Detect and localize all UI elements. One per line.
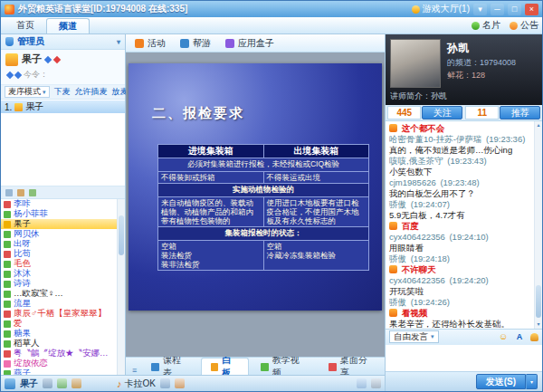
- my-username: 果子: [20, 378, 38, 390]
- mic-icon[interactable]: [43, 378, 52, 388]
- speak-mode-select[interactable]: 自由发言 ▾: [389, 330, 439, 343]
- karaoke-button[interactable]: ♪ 卡拉OK: [117, 378, 156, 390]
- close-button[interactable]: ×: [525, 4, 538, 15]
- mic-action-link[interactable]: 允许插麦: [75, 86, 108, 98]
- scroll-up-icon[interactable]: ▴: [535, 121, 542, 129]
- chat-timestamp: (19:24:10): [449, 232, 488, 242]
- chat-message-list: 这个都不会 哈密骨董10-挂苏-伊萨瑞 (19:23:36): [389, 123, 532, 329]
- nav-tab[interactable]: 频道: [46, 18, 90, 33]
- chat-message-body: 百度: [389, 221, 532, 232]
- vip-gem-icon: [53, 55, 61, 62]
- chat-sender-name: cyx406422356: [389, 275, 445, 285]
- send-options-button[interactable]: ▾: [526, 374, 538, 389]
- scroll-down-icon[interactable]: ▾: [535, 320, 542, 329]
- chat-message: 果老辛苦，还得给补长发基础。: [389, 319, 532, 329]
- status-bar: 果子 ♪ 卡拉OK: [1, 375, 385, 391]
- member-name: 康辰♂千栖【皇家翠翠】: [14, 308, 106, 320]
- follow-button[interactable]: 关注: [422, 106, 462, 120]
- chat-message: cyx406422356 (19:24:20): [389, 275, 532, 286]
- filter-icon[interactable]: [29, 189, 36, 196]
- nav-tab[interactable]: 首页: [5, 18, 46, 33]
- my-user-card: 果子 今令：: [1, 50, 125, 85]
- toolbar-button[interactable]: 帮游: [180, 37, 211, 50]
- send-button[interactable]: 发送(S): [476, 374, 526, 389]
- slide-col-header-outbound: 出境集装箱: [263, 145, 369, 158]
- chat-message-body: 看视频: [389, 308, 532, 319]
- gift-icon[interactable]: [175, 378, 185, 388]
- view-tab[interactable]: 教学视频: [251, 359, 317, 375]
- mic-queue-item[interactable]: 1. 果子: [1, 100, 125, 113]
- chat-message: 开玩笑啦: [389, 286, 532, 297]
- view-tab[interactable]: 白板: [201, 358, 250, 375]
- chat-message: 骄傲 (19:24:07): [389, 199, 532, 210]
- teacher-stats-row: 445 关注 11 推荐: [386, 105, 542, 121]
- member-status-icon: [4, 281, 11, 288]
- mic-mode-select[interactable]: 麦序模式 ▾: [5, 86, 50, 98]
- follow-count: 445: [387, 106, 421, 120]
- queue-user-icon: [14, 103, 23, 111]
- lock-icon[interactable]: [17, 189, 24, 196]
- game-hall-button[interactable]: 游戏大厅(1): [412, 3, 470, 15]
- collapse-caret-icon[interactable]: ▾: [117, 38, 120, 46]
- apps-icon[interactable]: [160, 378, 170, 388]
- chevron-down-icon: ▾: [43, 89, 46, 96]
- queue-number: 1.: [5, 102, 12, 112]
- view-tab[interactable]: 课程表: [141, 359, 198, 375]
- chat-message: 骄傲 (19:24:18): [389, 253, 532, 264]
- member-row[interactable]: 燕子: [1, 368, 117, 375]
- chat-message-text: 用眼睛看: [389, 243, 424, 253]
- chat-message: 这个都不会: [389, 123, 532, 134]
- mic-action-link[interactable]: 下麦: [54, 86, 71, 98]
- chat-timestamp: (19:24:18): [411, 253, 450, 263]
- announcement-button[interactable]: 公告: [510, 19, 538, 32]
- main-menu-button[interactable]: ▾: [473, 4, 487, 15]
- speaker-icon[interactable]: [5, 189, 13, 196]
- mic-queue-list: 1. 果子: [1, 100, 125, 186]
- toolbar-button[interactable]: 应用盒子: [225, 37, 274, 50]
- view-tab-icon: [261, 363, 269, 371]
- member-status-icon: [4, 251, 11, 258]
- chat-message: cyx406422356 (19:24:10): [389, 232, 532, 243]
- whiteboard-canvas[interactable]: 二、报检要求 进境集装箱 出境集装箱 必须对集装箱进行报检，未经报检或CIQ检验…: [126, 53, 385, 357]
- member-scrollbar[interactable]: [117, 199, 125, 375]
- emoji-icon[interactable]: ☺: [498, 331, 509, 342]
- screen-share-icon[interactable]: [357, 378, 367, 388]
- chat-scrollbar[interactable]: ▴ ▾: [534, 121, 542, 329]
- toolbar-icon: [135, 39, 144, 48]
- channel-toolbar: 活动 帮游 应用盒子: [126, 34, 385, 53]
- chat-message-head: 咳咳,俄圣茶守 (19:23:43): [389, 156, 532, 167]
- chat-input[interactable]: [386, 345, 542, 371]
- member-status-icon: [4, 221, 11, 228]
- chat-message-body: 真的，俺不知道是老师…伤心ing: [389, 145, 532, 156]
- toolbar-label: 应用盒子: [238, 37, 274, 50]
- toolbar-button[interactable]: 活动: [135, 37, 166, 50]
- recommend-button[interactable]: 推荐: [500, 106, 540, 120]
- announcement-icon: [510, 22, 518, 30]
- chat-sender-name: 骄傲: [389, 253, 406, 263]
- font-icon[interactable]: A: [514, 331, 525, 342]
- settings-icon[interactable]: [371, 378, 381, 388]
- follow-group: 445 关注: [387, 106, 462, 120]
- headset-icon[interactable]: [71, 378, 81, 388]
- bell-icon[interactable]: [530, 333, 538, 341]
- user-card-line2: 今令：: [5, 69, 120, 81]
- chat-timestamp: (19:24:20): [449, 275, 488, 285]
- avatar[interactable]: [5, 53, 18, 66]
- speaker-icon[interactable]: [57, 378, 67, 388]
- card-button[interactable]: 名片: [472, 19, 500, 32]
- chat-scrollbar-thumb[interactable]: [536, 285, 541, 318]
- chat-message-text: 果老辛苦，还得给补长发基础。: [389, 319, 510, 329]
- chat-input-area: [386, 344, 542, 371]
- maximize-button[interactable]: □: [508, 4, 521, 15]
- view-tab[interactable]: 桌面分享: [319, 359, 385, 375]
- chat-message-text: 开玩笑啦: [389, 286, 424, 296]
- chat-message-text: 小笑包数下: [389, 167, 433, 177]
- my-avatar[interactable]: [5, 378, 15, 389]
- minimize-button[interactable]: ─: [491, 4, 504, 15]
- admin-section-header[interactable]: 管理员 ▾: [1, 34, 125, 50]
- tab-menu-icon[interactable]: ≡: [129, 366, 139, 375]
- chat-sender-name: 咳咳,俄圣茶守: [389, 156, 443, 166]
- member-scrollbar-thumb[interactable]: [119, 215, 124, 255]
- chat-message-text: 这个都不会: [402, 123, 445, 133]
- chat-message: 咳咳,俄圣茶守 (19:23:43): [389, 156, 532, 167]
